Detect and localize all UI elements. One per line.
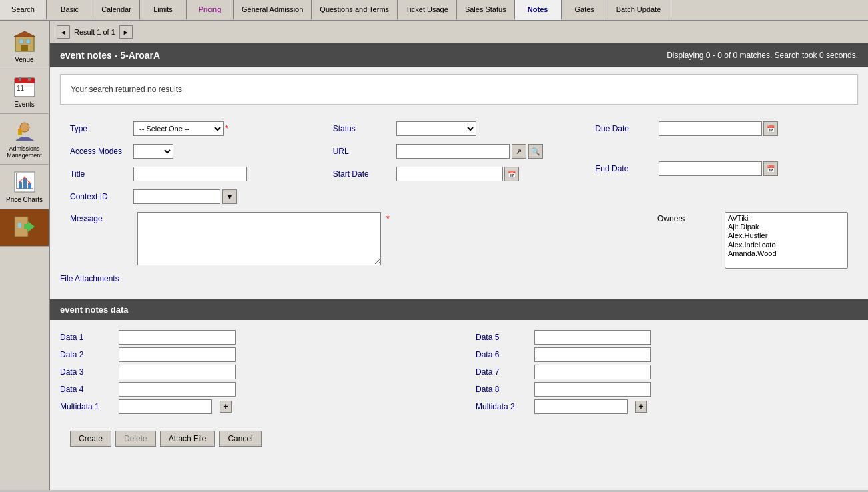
owners-option-ajit[interactable]: Ajit.Dipak [728, 223, 845, 231]
tab-basic[interactable]: Basic [47, 0, 93, 20]
tab-batch-update[interactable]: Batch Update [608, 0, 670, 20]
url-search-btn[interactable]: 🔍 [528, 144, 543, 159]
url-input[interactable] [396, 144, 510, 159]
venue-label: Venue [15, 56, 33, 63]
sidebar-item-events[interactable]: 11 Events [0, 69, 49, 114]
sidebar-item-exit[interactable] [0, 209, 49, 247]
search-info: Displaying 0 - 0 of 0 matches. Search to… [667, 51, 858, 60]
data5-input[interactable] [534, 330, 651, 345]
tab-notes[interactable]: Notes [515, 0, 562, 20]
data6-input[interactable] [534, 347, 651, 362]
sidebar-item-price-charts[interactable]: Price Charts [0, 165, 49, 209]
tab-search[interactable]: Search [0, 0, 47, 20]
data2-label: Data 2 [60, 350, 113, 359]
form-fields: Type -- Select One -- * Access Modes Tit… [60, 115, 858, 208]
owners-col: Owners AVTiki Ajit.Dipak Alex.Hustler Al… [657, 212, 848, 269]
data1-input[interactable] [119, 330, 236, 345]
svg-rect-19 [28, 183, 31, 189]
tab-calendar[interactable]: Calendar [93, 0, 140, 20]
access-modes-field-row: Access Modes [70, 144, 323, 159]
type-select[interactable]: -- Select One -- [133, 121, 224, 136]
status-field-row: Status [333, 121, 586, 136]
result-nav: ◄ Result 1 of 1 ► [50, 21, 868, 43]
message-required-star: * [386, 212, 390, 223]
owners-listbox[interactable]: AVTiki Ajit.Dipak Alex.Hustler Alex.Inde… [725, 212, 848, 269]
action-buttons: Create Delete Attach File Cancel [60, 424, 858, 453]
owners-option-amanda[interactable]: Amanda.Wood [728, 249, 845, 258]
data7-row: Data 7 [476, 365, 858, 379]
events-icon: 11 [13, 75, 37, 99]
form-col-1: Type -- Select One -- * Access Modes Tit… [70, 121, 323, 208]
multidata1-plus-btn[interactable]: + [220, 401, 232, 413]
sidebar-item-venue[interactable]: Venue [0, 25, 49, 69]
type-field-row: Type -- Select One -- * [70, 121, 323, 136]
tab-gates[interactable]: Gates [562, 0, 608, 20]
title-input[interactable] [133, 167, 247, 181]
delete-button[interactable]: Delete [115, 431, 156, 447]
multidata2-row: Multidata 2 + [476, 399, 858, 414]
end-date-field-row: End Date 📅 [595, 161, 848, 176]
data4-input[interactable] [119, 382, 236, 397]
sidebar-item-admissions[interactable]: Admissions Management [0, 114, 49, 165]
data-fields-grid: Data 1 Data 2 Data 3 Data 4 [60, 330, 858, 414]
data2-input[interactable] [119, 347, 236, 362]
no-results-text: Your search returned no results [71, 85, 182, 94]
admissions-label: Admissions Management [3, 145, 46, 159]
multidata1-input[interactable] [119, 399, 212, 414]
due-date-calendar-btn[interactable]: 📅 [763, 121, 778, 136]
multidata2-plus-btn[interactable]: + [635, 401, 647, 413]
tab-general-admission[interactable]: General Admission [234, 0, 312, 20]
tab-pricing[interactable]: Pricing [187, 0, 234, 20]
attach-file-button[interactable]: Attach File [160, 431, 215, 447]
tab-limits[interactable]: Limits [140, 0, 187, 20]
data7-input[interactable] [534, 365, 651, 379]
form-col-3: Due Date 📅 End Date [595, 121, 848, 208]
end-date-calendar-btn[interactable]: 📅 [763, 161, 778, 176]
tab-ticket-usage[interactable]: Ticket Usage [398, 0, 457, 20]
data8-input[interactable] [534, 382, 651, 397]
next-result-button[interactable]: ► [119, 25, 133, 39]
event-notes-data-header: event notes data [50, 299, 868, 320]
data3-input[interactable] [119, 365, 236, 379]
status-select[interactable] [396, 121, 476, 136]
type-label: Type [70, 124, 133, 133]
file-attachments-label: File Attachments [60, 274, 123, 283]
data3-row: Data 3 [60, 365, 442, 379]
multidata2-input[interactable] [534, 399, 628, 414]
context-id-dropdown-btn[interactable]: ▼ [222, 189, 237, 204]
due-date-row: 📅 [659, 121, 778, 136]
access-modes-select[interactable] [133, 144, 173, 159]
message-textarea[interactable] [137, 212, 381, 265]
data-left-col: Data 1 Data 2 Data 3 Data 4 [60, 330, 442, 414]
cancel-button[interactable]: Cancel [219, 431, 261, 447]
event-notes-data-title: event notes data [60, 305, 129, 315]
start-date-calendar-btn[interactable]: 📅 [504, 167, 519, 181]
due-date-input[interactable] [659, 121, 762, 136]
admissions-icon [13, 119, 37, 143]
event-notes-title: event notes - 5-AroarA [60, 50, 160, 61]
data5-row: Data 5 [476, 330, 858, 345]
tab-sales-status[interactable]: Sales Status [457, 0, 515, 20]
form-col-2: Status URL ↗ 🔍 Start Date [333, 121, 586, 208]
owners-option-avtiki[interactable]: AVTiki [728, 214, 845, 223]
no-results-box: Your search returned no results [60, 74, 858, 105]
context-id-row: ▼ [133, 189, 237, 204]
data4-label: Data 4 [60, 385, 113, 394]
data1-row: Data 1 [60, 330, 442, 345]
context-id-input[interactable] [133, 189, 220, 204]
end-date-input[interactable] [659, 161, 762, 176]
prev-result-button[interactable]: ◄ [57, 25, 70, 39]
due-date-label: Due Date [595, 124, 659, 133]
result-text: Result 1 of 1 [74, 28, 115, 36]
multidata1-row: Multidata 1 + [60, 399, 442, 414]
start-date-input[interactable] [396, 167, 503, 181]
owners-option-alex-i[interactable]: Alex.Indelicato [728, 241, 845, 249]
url-external-link-btn[interactable]: ↗ [512, 144, 526, 159]
create-button[interactable]: Create [70, 431, 111, 447]
multidata2-label: Multidata 2 [476, 402, 529, 411]
owners-option-alex-h[interactable]: Alex.Hustler [728, 231, 845, 240]
start-date-row: 📅 [396, 167, 519, 181]
form-area: Your search returned no results Type -- … [50, 67, 868, 299]
data2-row: Data 2 [60, 347, 442, 362]
tab-questions-terms[interactable]: Questions and Terms [312, 0, 398, 20]
